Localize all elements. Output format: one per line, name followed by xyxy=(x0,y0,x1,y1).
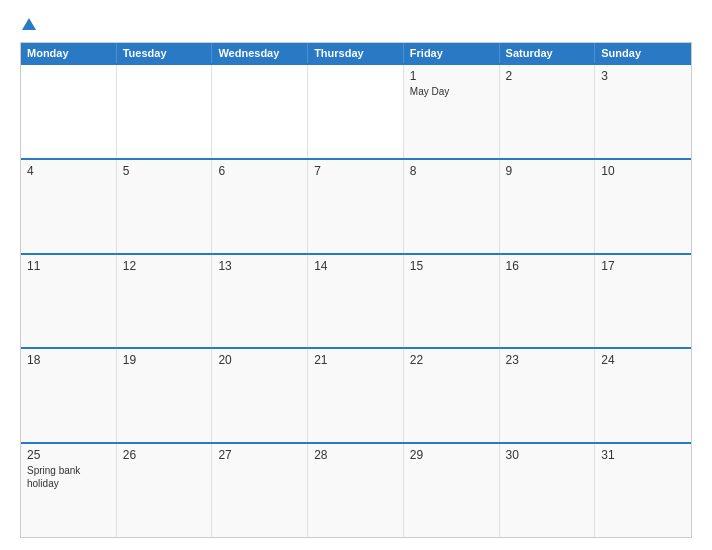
day-number: 23 xyxy=(506,353,589,367)
header-day-wednesday: Wednesday xyxy=(212,43,308,63)
calendar-cell: 30 xyxy=(500,444,596,537)
calendar-cell: 16 xyxy=(500,255,596,348)
day-number: 22 xyxy=(410,353,493,367)
day-number: 11 xyxy=(27,259,110,273)
day-number: 10 xyxy=(601,164,685,178)
calendar-cell: 28 xyxy=(308,444,404,537)
calendar-cell: 15 xyxy=(404,255,500,348)
calendar-week-5: 25Spring bank holiday262728293031 xyxy=(21,442,691,537)
calendar-cell: 8 xyxy=(404,160,500,253)
calendar-cell: 6 xyxy=(212,160,308,253)
calendar-cell: 27 xyxy=(212,444,308,537)
calendar-cell: 10 xyxy=(595,160,691,253)
day-number: 7 xyxy=(314,164,397,178)
day-event: May Day xyxy=(410,85,493,98)
day-number: 5 xyxy=(123,164,206,178)
calendar-cell: 14 xyxy=(308,255,404,348)
calendar-cell xyxy=(308,65,404,158)
calendar-week-1: 1May Day23 xyxy=(21,63,691,158)
calendar-cell: 20 xyxy=(212,349,308,442)
calendar-cell: 4 xyxy=(21,160,117,253)
calendar-cell: 2 xyxy=(500,65,596,158)
header-day-monday: Monday xyxy=(21,43,117,63)
calendar-week-3: 11121314151617 xyxy=(21,253,691,348)
day-number: 3 xyxy=(601,69,685,83)
day-number: 13 xyxy=(218,259,301,273)
calendar-cell: 22 xyxy=(404,349,500,442)
calendar-cell: 18 xyxy=(21,349,117,442)
day-number: 16 xyxy=(506,259,589,273)
calendar-cell: 7 xyxy=(308,160,404,253)
day-number: 2 xyxy=(506,69,589,83)
logo xyxy=(20,18,36,32)
calendar-cell xyxy=(212,65,308,158)
day-number: 26 xyxy=(123,448,206,462)
calendar-cell: 21 xyxy=(308,349,404,442)
logo-triangle-icon xyxy=(22,18,36,30)
day-number: 27 xyxy=(218,448,301,462)
header-day-friday: Friday xyxy=(404,43,500,63)
header-day-sunday: Sunday xyxy=(595,43,691,63)
day-number: 18 xyxy=(27,353,110,367)
day-number: 30 xyxy=(506,448,589,462)
day-number: 12 xyxy=(123,259,206,273)
calendar-cell: 31 xyxy=(595,444,691,537)
header-day-thursday: Thursday xyxy=(308,43,404,63)
calendar-cell: 26 xyxy=(117,444,213,537)
day-number: 4 xyxy=(27,164,110,178)
calendar-cell xyxy=(117,65,213,158)
day-number: 14 xyxy=(314,259,397,273)
calendar-cell: 17 xyxy=(595,255,691,348)
calendar-cell xyxy=(21,65,117,158)
calendar-cell: 11 xyxy=(21,255,117,348)
calendar-cell: 24 xyxy=(595,349,691,442)
calendar-cell: 12 xyxy=(117,255,213,348)
day-number: 19 xyxy=(123,353,206,367)
calendar-cell: 1May Day xyxy=(404,65,500,158)
calendar-cell: 9 xyxy=(500,160,596,253)
calendar-cell: 23 xyxy=(500,349,596,442)
header-day-saturday: Saturday xyxy=(500,43,596,63)
day-number: 6 xyxy=(218,164,301,178)
day-number: 29 xyxy=(410,448,493,462)
header xyxy=(20,18,692,32)
calendar-cell: 13 xyxy=(212,255,308,348)
day-number: 20 xyxy=(218,353,301,367)
day-number: 9 xyxy=(506,164,589,178)
day-number: 21 xyxy=(314,353,397,367)
day-event: Spring bank holiday xyxy=(27,464,110,490)
calendar-cell: 29 xyxy=(404,444,500,537)
day-number: 28 xyxy=(314,448,397,462)
day-number: 24 xyxy=(601,353,685,367)
header-day-tuesday: Tuesday xyxy=(117,43,213,63)
day-number: 17 xyxy=(601,259,685,273)
calendar-cell: 5 xyxy=(117,160,213,253)
day-number: 25 xyxy=(27,448,110,462)
page: MondayTuesdayWednesdayThursdayFridaySatu… xyxy=(0,0,712,550)
calendar-header: MondayTuesdayWednesdayThursdayFridaySatu… xyxy=(21,43,691,63)
day-number: 31 xyxy=(601,448,685,462)
day-number: 15 xyxy=(410,259,493,273)
calendar-week-2: 45678910 xyxy=(21,158,691,253)
calendar-cell: 25Spring bank holiday xyxy=(21,444,117,537)
calendar-week-4: 18192021222324 xyxy=(21,347,691,442)
calendar-cell: 19 xyxy=(117,349,213,442)
day-number: 8 xyxy=(410,164,493,178)
day-number: 1 xyxy=(410,69,493,83)
calendar: MondayTuesdayWednesdayThursdayFridaySatu… xyxy=(20,42,692,538)
calendar-body: 1May Day23456789101112131415161718192021… xyxy=(21,63,691,537)
calendar-cell: 3 xyxy=(595,65,691,158)
